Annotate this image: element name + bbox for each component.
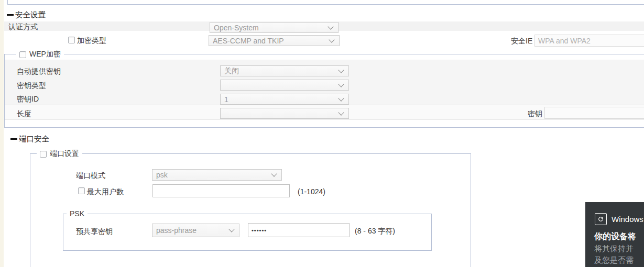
page: 安全设置 认证方式 Open-System 加密类型 AES-CCMP and … (0, 0, 644, 267)
auto-key-label: 自动提供密钥 (17, 67, 61, 75)
chevron-down-icon (329, 37, 334, 42)
pre-shared-key-mode-select[interactable]: pass-phrase (152, 224, 239, 237)
key-id-label: 密钥ID (17, 95, 39, 103)
pre-shared-key-password-input[interactable] (248, 223, 350, 237)
toast-title: 你的设备将 (594, 231, 636, 242)
key-type-select[interactable] (220, 80, 349, 91)
max-users-hint: (1-1024) (298, 187, 325, 196)
wep-checkbox[interactable] (19, 51, 26, 58)
auto-key-value: 关闭 (224, 66, 239, 76)
toast-body-line: 及您是否需 (594, 255, 634, 265)
chevron-down-icon (228, 226, 234, 232)
section-header-port[interactable]: 端口安全 (10, 134, 49, 144)
previous-panel-border (7, 0, 644, 5)
port-mode-select[interactable]: psk (152, 169, 282, 181)
max-users-checkbox[interactable] (78, 187, 85, 194)
chevron-down-icon (271, 171, 277, 176)
encryption-type-checkbox[interactable] (68, 37, 75, 43)
chevron-down-icon (338, 81, 344, 87)
chevron-down-icon (338, 67, 344, 73)
key-id-select[interactable]: 1 (220, 94, 349, 105)
wep-legend: WEP加密 (16, 50, 64, 59)
security-ie-label: 安全IE (511, 37, 532, 45)
auth-method-label: 认证方式 (8, 23, 38, 31)
port-mode-value: psk (156, 171, 168, 179)
windows-update-toast[interactable]: Windows 你的设备将 将其保持并 及您是否需 (585, 202, 644, 267)
collapse-icon[interactable] (10, 138, 17, 140)
length-select[interactable] (220, 108, 349, 119)
pre-shared-key-mode-value: pass-phrase (156, 226, 197, 235)
collapse-icon[interactable] (7, 14, 14, 16)
wep-key-label: 密钥 (528, 109, 542, 118)
port-settings-checkbox[interactable] (40, 151, 47, 158)
section-title: 端口安全 (19, 134, 49, 144)
pre-shared-key-hint: (8 - 63 字符) (355, 227, 395, 236)
chevron-down-icon (328, 24, 333, 29)
auto-key-select[interactable]: 关闭 (220, 65, 349, 76)
port-mode-label: 端口模式 (76, 171, 105, 180)
encryption-type-value: AES-CCMP and TKIP (213, 37, 284, 45)
toast-body-line: 将其保持并 (594, 244, 634, 254)
encryption-type-select[interactable]: AES-CCMP and TKIP (209, 35, 340, 46)
section-title: 安全设置 (15, 10, 46, 20)
port-settings-legend: 端口设置 (37, 149, 82, 159)
windows-update-icon (595, 213, 607, 225)
auth-method-select[interactable]: Open-System (210, 22, 339, 33)
key-id-value: 1 (224, 95, 228, 104)
section-header-security[interactable]: 安全设置 (7, 10, 46, 20)
chevron-down-icon (338, 109, 344, 115)
auth-method-value: Open-System (214, 24, 259, 32)
wep-legend-label: WEP加密 (29, 50, 61, 59)
key-type-label: 密钥类型 (17, 81, 46, 90)
length-label: 长度 (17, 109, 31, 118)
pre-shared-key-label: 预共享密钥 (76, 227, 113, 236)
chevron-down-icon (338, 95, 344, 101)
security-ie-input[interactable] (534, 35, 644, 47)
encryption-type-label: 加密类型 (77, 36, 106, 44)
wep-key-input[interactable] (544, 107, 644, 119)
toast-app-name: Windows (612, 215, 643, 224)
max-users-input[interactable] (152, 184, 290, 197)
psk-legend: PSK (67, 209, 88, 218)
port-settings-legend-label: 端口设置 (50, 149, 79, 159)
left-gutter (0, 0, 4, 267)
max-users-label: 最大用户数 (87, 187, 124, 196)
